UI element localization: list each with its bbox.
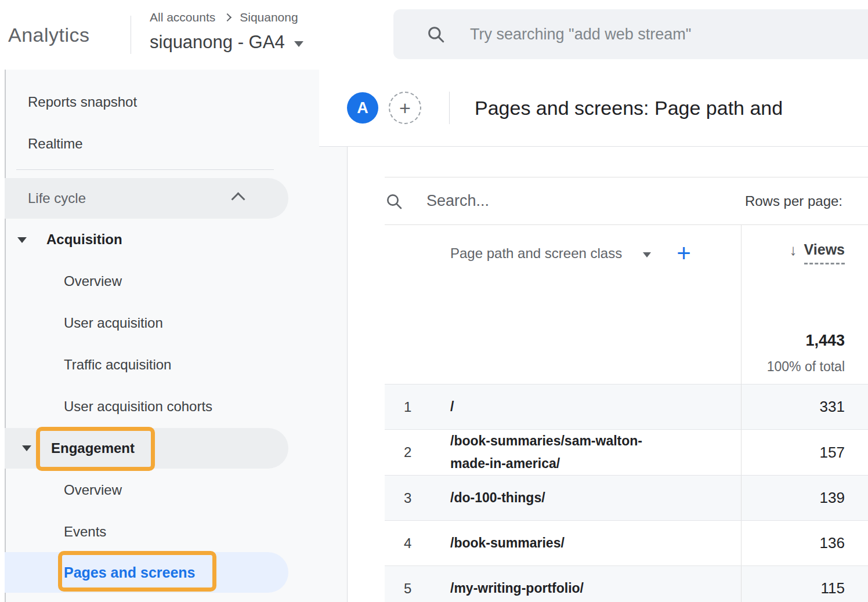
chevron-down-icon[interactable]: [643, 252, 651, 258]
row-views-value: 115: [741, 566, 868, 602]
row-page-path: /: [450, 396, 454, 418]
sidebar-item-label: Realtime: [28, 136, 83, 152]
row-rank: 5: [385, 566, 450, 602]
views-total-block: 1,443 100% of total: [767, 332, 845, 375]
property-block: All accounts Siquanong siquanong - GA4: [150, 9, 303, 53]
collection-life-cycle[interactable]: Life cycle: [5, 178, 288, 219]
collection-label: Life cycle: [5, 190, 86, 206]
property-name: siquanong - GA4: [150, 32, 285, 53]
sidebar-item-label: Pages and screens: [5, 564, 196, 581]
row-rank: 4: [385, 521, 450, 565]
table-row[interactable]: 5 /my-writing-portfolio/ 115: [385, 565, 868, 602]
sidebar-section-engagement[interactable]: Engagement: [5, 428, 288, 469]
reports-sidebar: Reports snapshot Realtime Life cycle Acq…: [0, 70, 319, 602]
global-search-placeholder: Try searching "add web stream": [470, 26, 691, 43]
row-views-value: 136: [741, 521, 868, 565]
search-icon: [426, 24, 446, 44]
report-header: A + Pages and screens: Page path and: [319, 70, 868, 147]
breadcrumb-current[interactable]: Siquanong: [240, 10, 298, 24]
search-icon: [385, 192, 403, 211]
rows-per-page-label: Rows per page:: [745, 193, 842, 209]
row-page-path: /book-summaries/: [450, 532, 565, 554]
global-search-input[interactable]: Try searching "add web stream": [393, 9, 868, 59]
sidebar-item-user-acquisition-cohorts[interactable]: User acquisition cohorts: [0, 393, 319, 420]
sidebar-item-label: User acquisition: [64, 315, 163, 331]
comparison-avatar[interactable]: A: [347, 92, 378, 124]
row-page-path: /do-100-things/: [450, 487, 545, 509]
analytics-logo: Analytics: [8, 0, 90, 70]
table-search-placeholder: Search...: [426, 192, 489, 210]
sidebar-item-label: User acquisition cohorts: [64, 398, 212, 415]
views-total-share: 100% of total: [767, 359, 845, 375]
row-rank: 2: [385, 430, 450, 475]
sidebar-item-reports-snapshot[interactable]: Reports snapshot: [0, 88, 319, 116]
add-dimension-button[interactable]: +: [677, 245, 691, 262]
table-row[interactable]: 1 / 331: [385, 384, 868, 429]
sort-descending-icon: ↓: [790, 241, 797, 259]
sidebar-item-traffic-acquisition[interactable]: Traffic acquisition: [0, 351, 319, 379]
dimension-header-label[interactable]: Page path and screen class: [450, 245, 622, 262]
row-page-path: /book-summaries/sam-walton-made-in-ameri…: [450, 430, 665, 475]
sidebar-item-label: Events: [64, 524, 106, 540]
views-sort-header[interactable]: ↓ Views: [790, 241, 845, 264]
sidebar-item-acquisition-overview[interactable]: Overview: [0, 267, 319, 295]
dimension-header-cell: Page path and screen class +: [385, 225, 741, 384]
breadcrumb: All accounts Siquanong: [150, 9, 303, 26]
views-total-value: 1,443: [805, 332, 845, 350]
table-toolbar: Search... Rows per page:: [385, 177, 868, 225]
row-views-value: 331: [741, 385, 868, 429]
report-header-divider: [449, 92, 450, 124]
sidebar-item-label: Overview: [64, 273, 122, 289]
table-row[interactable]: 2 /book-summaries/sam-walton-made-in-ame…: [385, 429, 868, 475]
row-views-value: 157: [741, 430, 868, 475]
chevron-right-icon: [223, 13, 232, 21]
table-header-row: Page path and screen class + ↓ Views 1,4…: [385, 225, 868, 384]
sidebar-section-acquisition[interactable]: Acquisition: [0, 226, 319, 253]
chevron-down-icon: [294, 41, 303, 47]
sidebar-item-user-acquisition[interactable]: User acquisition: [0, 309, 319, 337]
sidebar-item-engagement-overview[interactable]: Overview: [0, 476, 319, 504]
header-divider: [131, 16, 131, 54]
app-header: Analytics All accounts Siquanong siquano…: [0, 0, 868, 70]
sidebar-item-pages-and-screens[interactable]: Pages and screens: [5, 552, 288, 593]
triangle-down-icon[interactable]: [22, 445, 31, 451]
sidebar-item-label: Reports snapshot: [28, 94, 137, 110]
table-row[interactable]: 4 /book-summaries/ 136: [385, 520, 868, 565]
sidebar-item-events[interactable]: Events: [0, 518, 319, 546]
breadcrumb-root[interactable]: All accounts: [150, 10, 215, 24]
add-comparison-button[interactable]: +: [389, 92, 421, 124]
row-page-path: /my-writing-portfolio/: [450, 577, 584, 600]
report-card: Search... Rows per page: Page path and s…: [347, 147, 868, 602]
row-views-value: 139: [741, 476, 868, 520]
row-rank: 3: [385, 476, 450, 520]
table-row[interactable]: 3 /do-100-things/ 139: [385, 475, 868, 520]
sidebar-item-label: Overview: [64, 482, 122, 498]
table-search-input[interactable]: Search...: [385, 192, 745, 211]
views-header-cell: ↓ Views 1,443 100% of total: [741, 225, 868, 384]
sidebar-item-label: Traffic acquisition: [64, 357, 171, 373]
sidebar-divider: [16, 169, 274, 170]
data-table: Search... Rows per page: Page path and s…: [385, 177, 868, 602]
triangle-down-icon[interactable]: [17, 237, 27, 243]
sidebar-item-realtime[interactable]: Realtime: [0, 130, 319, 158]
property-selector[interactable]: siquanong - GA4: [150, 32, 303, 53]
views-header-label: Views: [804, 241, 845, 264]
report-title: Pages and screens: Page path and: [475, 97, 783, 119]
chevron-up-icon: [231, 192, 245, 206]
row-rank: 1: [385, 385, 450, 429]
